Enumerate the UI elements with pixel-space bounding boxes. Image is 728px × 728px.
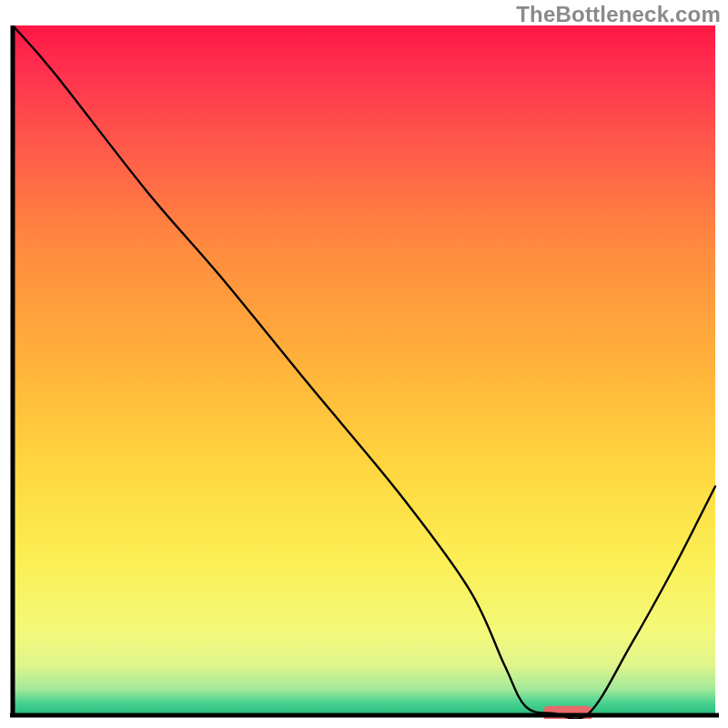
plot-frame bbox=[9, 25, 719, 719]
chart-container: TheBottleneck.com bbox=[0, 0, 728, 728]
gradient-background bbox=[13, 25, 715, 713]
plot-area bbox=[13, 25, 715, 719]
chart-svg bbox=[9, 25, 719, 719]
watermark-text: TheBottleneck.com bbox=[516, 2, 721, 27]
